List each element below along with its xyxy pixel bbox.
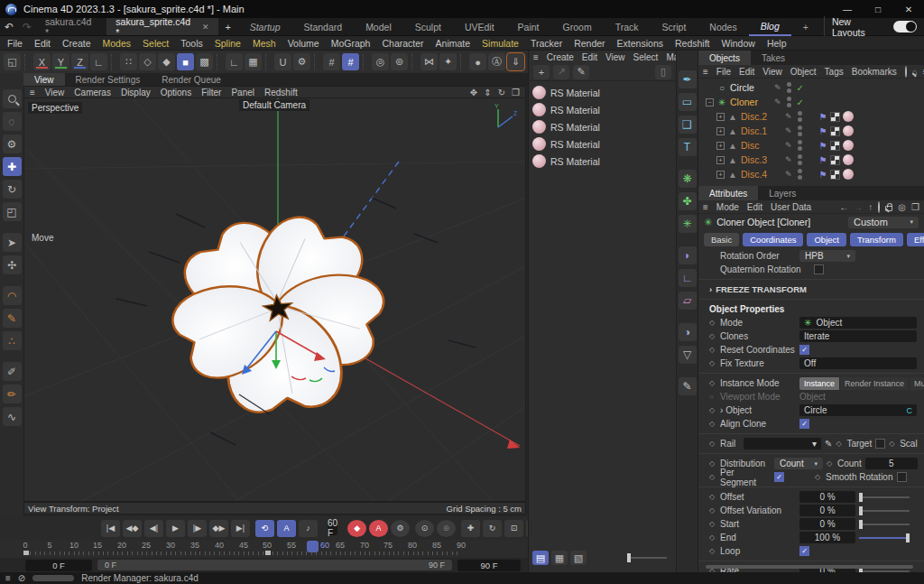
menu-select[interactable]: Select bbox=[143, 38, 169, 49]
object-menu-file[interactable]: File bbox=[716, 67, 731, 77]
layout-tab-nodes[interactable]: Nodes bbox=[698, 18, 748, 36]
enabled-check-icon[interactable]: ✓ bbox=[797, 83, 804, 93]
menu-redshift[interactable]: Redshift bbox=[675, 38, 710, 49]
simulation-button[interactable]: ● bbox=[469, 53, 486, 70]
per-segment-checkbox[interactable]: ✓ bbox=[774, 472, 784, 482]
material-tag-icon[interactable] bbox=[843, 154, 854, 165]
autokey-button[interactable]: A bbox=[369, 520, 388, 537]
material-tag-icon[interactable] bbox=[843, 125, 854, 136]
viewport-menu-options[interactable]: Options bbox=[161, 88, 191, 97]
uvw-tag-icon[interactable] bbox=[830, 155, 840, 165]
drop-to-floor-button[interactable]: ⇓ bbox=[507, 53, 524, 70]
uv-mode-button[interactable]: ▦ bbox=[245, 53, 262, 70]
prev-frame-button[interactable]: ◀| bbox=[144, 520, 163, 537]
tree-row-disc2[interactable]: + ▲ Disc.2 ✎ ⚑ bbox=[704, 109, 924, 124]
visibility-dots[interactable] bbox=[787, 82, 791, 93]
keyframe-marker-50[interactable] bbox=[265, 551, 271, 555]
zoom-view-icon[interactable]: ⇕ bbox=[484, 88, 491, 97]
fix-texture-dropdown[interactable]: Off bbox=[799, 357, 917, 369]
new-layouts-button[interactable]: New Layouts bbox=[824, 16, 893, 38]
rail-field[interactable]: ▾ bbox=[744, 438, 821, 450]
brush-tool[interactable]: ✐ bbox=[3, 362, 22, 381]
spline-points-tool[interactable]: ∴ bbox=[3, 331, 22, 350]
align-tag-icon[interactable]: ⚑ bbox=[819, 112, 827, 122]
layouts-toggle[interactable] bbox=[893, 21, 917, 32]
object-menu-view[interactable]: View bbox=[762, 67, 782, 77]
tab-render-queue[interactable]: Render Queue bbox=[151, 73, 232, 86]
freeze-transform-arrow[interactable]: › bbox=[709, 284, 712, 294]
menu-volume[interactable]: Volume bbox=[288, 38, 319, 49]
trash-icon[interactable]: ▯ bbox=[655, 65, 671, 79]
material-tag-icon[interactable] bbox=[843, 169, 854, 180]
tree-row-disc4[interactable]: + ▲ Disc.4 ✎ ⚑ bbox=[704, 167, 924, 181]
tree-row-disc1[interactable]: + ▲ Disc.1 ✎ ⚑ bbox=[704, 124, 924, 138]
keyframe-diamond[interactable]: ◇ bbox=[709, 520, 716, 528]
symmetry-button[interactable]: ⋈ bbox=[420, 53, 438, 70]
edit-toggle-icon[interactable]: ✎ bbox=[785, 112, 792, 121]
viewport-hamburger-icon[interactable]: ≡ bbox=[30, 88, 35, 97]
align-clone-checkbox[interactable]: ✓ bbox=[799, 419, 809, 429]
menu-edit[interactable]: Edit bbox=[34, 38, 51, 49]
object-menu-bookmarks[interactable]: Bookmarks bbox=[852, 67, 897, 77]
lock-y-axis-button[interactable]: Y bbox=[52, 53, 69, 70]
menu-spline[interactable]: Spline bbox=[215, 38, 241, 49]
edit-toggle-icon[interactable]: ✎ bbox=[785, 155, 792, 164]
reset-coordinates-checkbox[interactable]: ✓ bbox=[799, 345, 809, 355]
edit-toggle-icon[interactable]: ✎ bbox=[774, 83, 781, 92]
tab-attributes[interactable]: Attributes bbox=[698, 186, 758, 200]
live-selection-tool[interactable]: ◌ bbox=[3, 112, 22, 131]
close-button[interactable]: ✕ bbox=[893, 0, 924, 18]
menu-render[interactable]: Render bbox=[574, 38, 605, 49]
tree-row-circle[interactable]: ○ Circle ✎ ✓ bbox=[704, 80, 924, 95]
menu-simulate[interactable]: Simulate bbox=[482, 38, 519, 49]
viewport-3d[interactable]: Perspective Default Camera Move Y Z bbox=[23, 97, 526, 502]
spline-pen-tool[interactable]: ✎ bbox=[3, 309, 22, 328]
visibility-dots[interactable] bbox=[798, 140, 802, 151]
modeling-axis-button[interactable]: ⊚ bbox=[391, 53, 408, 70]
viewport-menu-display[interactable]: Display bbox=[121, 88, 151, 97]
loop-playback-button[interactable]: ⟲ bbox=[255, 520, 274, 537]
model-mode-button[interactable]: ■ bbox=[177, 53, 194, 70]
visibility-dots[interactable] bbox=[798, 111, 802, 122]
object-menu-tags[interactable]: Tags bbox=[825, 67, 844, 77]
tree-row-disc[interactable]: + ▲ Disc ✎ ⚑ bbox=[704, 138, 924, 153]
instance-mode-segmented[interactable]: Instance Render Instance Multi-Ins bbox=[799, 377, 924, 390]
autokey-scale-button[interactable]: ⊡ bbox=[504, 520, 523, 537]
viewport-menu-panel[interactable]: Panel bbox=[231, 88, 254, 97]
material-picker-icon[interactable]: ✎ bbox=[573, 65, 589, 79]
camera-label[interactable]: Default Camera bbox=[239, 99, 310, 111]
forward-icon[interactable]: → bbox=[854, 202, 863, 212]
keyframe-diamond[interactable]: ◇ bbox=[709, 379, 716, 387]
effector-icon[interactable]: ✳ bbox=[679, 215, 697, 233]
viewport-menu-cameras[interactable]: Cameras bbox=[74, 88, 111, 97]
snap-settings-button[interactable]: ⚙ bbox=[293, 53, 310, 70]
start-slider[interactable] bbox=[859, 524, 910, 525]
cube-primitive-icon[interactable]: ❑ bbox=[679, 116, 697, 134]
collapse-icon[interactable]: − bbox=[706, 98, 714, 107]
magnifier-icon[interactable] bbox=[3, 89, 22, 108]
visibility-dots[interactable] bbox=[798, 154, 802, 165]
annotation-button[interactable]: Ⓐ bbox=[488, 53, 505, 70]
menu-mograph[interactable]: MoGraph bbox=[331, 38, 371, 49]
layout-tab-sculpt[interactable]: Sculpt bbox=[403, 18, 453, 36]
chip-basic[interactable]: Basic bbox=[704, 233, 739, 246]
rotate-tool[interactable]: ↻ bbox=[3, 180, 22, 199]
deformer-icon[interactable]: ▱ bbox=[679, 292, 697, 310]
chip-coordinates[interactable]: Coordinates bbox=[743, 233, 803, 246]
offset-field[interactable]: 0 % bbox=[799, 491, 855, 503]
edit-toggle-icon[interactable]: ✎ bbox=[774, 97, 781, 107]
material-item[interactable]: RS Material bbox=[529, 118, 676, 135]
expand-icon[interactable]: + bbox=[716, 156, 725, 164]
keyframe-marker-0[interactable] bbox=[23, 551, 29, 555]
texture-mode-button[interactable]: ▩ bbox=[196, 53, 213, 70]
loop-checkbox[interactable]: ✓ bbox=[799, 546, 809, 556]
clones-dropdown[interactable]: Iterate bbox=[799, 330, 917, 342]
document-tab-sakura-sprite[interactable]: sakura_sprite.c4d * ✕ bbox=[106, 18, 217, 35]
current-frame-field[interactable]: 60 F bbox=[328, 521, 337, 535]
keyframe-diamond[interactable]: ◇ bbox=[709, 473, 716, 481]
visibility-dots[interactable] bbox=[798, 125, 802, 136]
rail-picker-icon[interactable]: ✎ bbox=[825, 439, 832, 449]
smooth-rotation-checkbox[interactable] bbox=[897, 472, 907, 482]
material-item[interactable]: RS Material bbox=[529, 135, 676, 153]
fields-button[interactable]: ✦ bbox=[439, 53, 457, 70]
